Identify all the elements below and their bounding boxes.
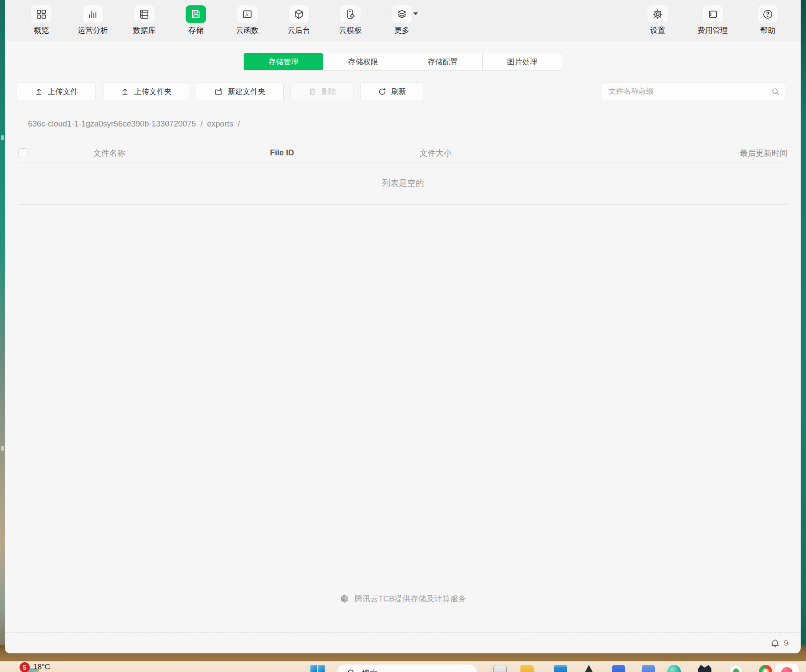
footer-note-text: 腾讯云TCB提供存储及计算服务 [354,593,466,604]
windows-logo-quadrant [318,665,325,672]
tab-storage-config[interactable]: 存储配置 [403,53,482,70]
breadcrumb: 636c-cloud1-1-1gza0syr56ce390b-133072007… [28,119,801,129]
fx-icon: fx [242,8,253,20]
cube-icon [293,8,305,20]
taskbar-app-toolbox-icon[interactable] [554,665,567,672]
database-icon [139,8,150,20]
settings-button[interactable] [647,5,668,23]
windows-logo-quadrant [310,665,317,672]
column-file-size: 文件大小 [420,148,566,158]
nav-label: 运营分析 [78,25,108,36]
more-button[interactable] [392,5,412,23]
nav-label: 帮助 [760,25,775,36]
storage-button[interactable] [186,5,206,23]
upload-icon [34,87,44,96]
nav-label: 存储 [188,25,203,36]
taskbar-app-edge-icon[interactable] [667,665,681,672]
taskbar-app-active-music-icon[interactable] [775,664,798,672]
nav-item-overview[interactable]: 概览 [25,5,57,36]
breadcrumb-folder-exports[interactable]: exports [207,119,233,129]
taskbar-app-notepad-icon[interactable] [493,665,507,672]
tab-storage-permissions[interactable]: 存储权限 [323,53,402,70]
cloud-templates-button[interactable] [340,5,361,23]
help-button[interactable] [758,5,778,23]
nav-label: 费用管理 [698,25,728,36]
grid-icon [36,8,47,20]
nav-label: 设置 [650,25,665,36]
tab-storage-management[interactable]: 存储管理 [244,53,323,70]
storage-tabs: 存储管理 存储权限 存储配置 图片处理 [244,53,562,70]
nav-item-analytics[interactable]: 运营分析 [77,5,109,36]
overview-button[interactable] [31,5,52,23]
upload-folder-button[interactable]: 上传文件夹 [103,83,189,100]
empty-list-row: 列表是空的 [18,162,788,205]
search-icon [347,668,356,672]
cloud-functions-button[interactable]: fx [237,5,258,23]
billing-button[interactable] [703,5,723,23]
floppy-icon [190,8,202,20]
nav-item-database[interactable]: 数据库 [128,5,160,36]
taskbar-app-sprout-icon[interactable] [729,665,742,672]
nav-item-storage[interactable]: 存储 [180,5,212,36]
chevron-down-icon [413,12,418,15]
breadcrumb-separator: / [238,119,240,129]
layers-icon [396,8,408,20]
refresh-label: 刷新 [391,87,406,97]
nav-label: 云后台 [288,25,310,36]
taskbar-search-label: 搜索 [362,668,377,672]
upload-file-button[interactable]: 上传文件 [16,83,96,100]
search-input[interactable] [608,87,771,96]
nav-label: 数据库 [133,25,156,36]
nav-label: 更多 [394,25,409,36]
taskbar-app-chrome-icon[interactable] [759,665,772,672]
taskbar-app-bat-icon[interactable] [698,665,711,672]
notification-count: 9 [784,639,788,648]
windows-taskbar: 5 18°C 搜索 [0,661,806,672]
taskbar-search-box[interactable]: 搜索 [337,664,478,672]
nav-item-cloud-functions[interactable]: fx 云函数 [231,5,263,36]
toolbar-right-group: 设置 费用管理 帮 [642,5,784,36]
billing-icon [707,8,719,20]
nav-label: 云函数 [236,25,259,36]
taskbar-app-file-explorer-icon[interactable] [520,665,534,672]
nav-item-billing[interactable]: 费用管理 [697,5,729,36]
desktop-wallpaper-left-strip [0,0,5,661]
notification-bell-icon[interactable] [770,638,780,648]
database-button[interactable] [134,5,155,23]
storage-content-area: 存储管理 存储权限 存储配置 图片处理 上传文件 上传文件夹 [5,41,801,632]
file-table-header: 文件名称 File ID 文件大小 最后更新时间 [18,144,788,162]
toolbar-left-group: 概览 运营分析 数据库 [25,5,418,36]
temperature-label[interactable]: 18°C [33,663,50,672]
delete-button[interactable]: 删除 [290,83,353,100]
tab-image-processing[interactable]: 图片处理 [482,53,562,70]
nav-item-settings[interactable]: 设置 [642,5,674,36]
footer-note: 腾讯云TCB提供存储及计算服务 [5,593,801,604]
new-folder-button[interactable]: 新建文件夹 [196,83,284,100]
windows-start-button[interactable] [310,665,324,672]
trash-icon [308,87,317,96]
nav-item-cloud-templates[interactable]: 云模板 [334,5,366,36]
nav-item-more[interactable]: 更多 [386,5,418,36]
breadcrumb-root[interactable]: 636c-cloud1-1-1gza0syr56ce390b-133072007… [28,119,196,129]
nav-item-cloud-backend[interactable]: 云后台 [283,5,315,36]
empty-list-text: 列表是空的 [382,178,424,189]
breadcrumb-separator: / [200,119,202,129]
actions-row: 上传文件 上传文件夹 新建文件夹 删除 [16,83,786,100]
refresh-button[interactable]: 刷新 [360,83,423,100]
taskbar-app-gem-icon[interactable] [582,665,596,672]
delete-label: 删除 [322,87,337,97]
cloud-backend-button[interactable] [289,5,309,23]
taskbar-app-home-icon[interactable] [642,665,655,672]
desktop-icon-fragment [1,446,4,451]
select-all-checkbox[interactable] [18,148,28,158]
desktop-icon-fragment [1,135,4,140]
analytics-button[interactable] [83,5,103,23]
weather-alert-badge[interactable]: 5 [20,662,30,672]
column-last-updated: 最后更新时间 [566,148,788,158]
search-icon[interactable] [771,87,780,96]
taskbar-app-blue-icon[interactable] [612,665,625,672]
svg-text:fx: fx [246,12,249,17]
nav-label: 概览 [34,25,49,36]
nav-item-help[interactable]: 帮助 [752,5,784,36]
phone-cloud-icon [345,8,356,20]
